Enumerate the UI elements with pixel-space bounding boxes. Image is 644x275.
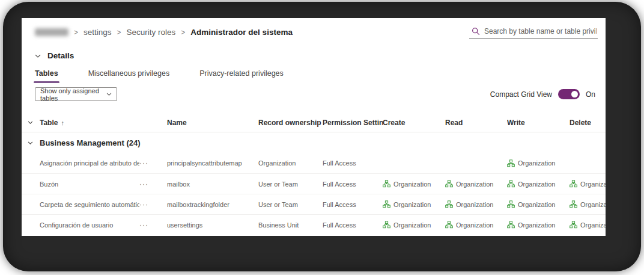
organization-icon [570, 221, 577, 229]
delete-privilege-cell[interactable]: Organization [570, 200, 606, 208]
privileges-table: Table↑ Name Record ownership Permission … [22, 113, 606, 236]
compact-grid-view-control: Compact Grid View On [490, 89, 595, 99]
search-input[interactable] [484, 27, 597, 36]
record-ownership-cell: User or Team [258, 201, 323, 208]
delete-privilege-cell[interactable]: Organization [570, 221, 606, 229]
table-row: Buzón ··· mailbox User or Team Full Acce… [22, 173, 606, 194]
breadcrumb-separator: > [117, 28, 121, 37]
row-more-button[interactable]: ··· [139, 221, 167, 229]
write-privilege-cell[interactable]: Organization [507, 180, 570, 188]
select-all-chevron-icon[interactable] [22, 119, 40, 126]
table-header-row: Table↑ Name Record ownership Permission … [22, 113, 606, 132]
compact-grid-view-label: Compact Grid View [490, 90, 552, 99]
breadcrumb: > settings > Security roles > Administra… [35, 28, 293, 37]
top-bar: > settings > Security roles > Administra… [35, 26, 598, 46]
group-chevron-icon[interactable] [22, 140, 40, 146]
write-privilege-cell[interactable]: Organization [507, 200, 570, 208]
read-privilege-cell[interactable]: Organization [445, 221, 507, 229]
permission-settings-cell: Full Access [323, 181, 383, 188]
table-name-cell: Configuración de usuario [40, 221, 139, 229]
details-label: Details [47, 51, 74, 60]
search-box[interactable] [469, 26, 598, 39]
organization-icon [570, 180, 577, 188]
write-privilege-cell[interactable]: Organization [507, 159, 570, 167]
table-row: Asignación principal de atributo de ... … [22, 153, 606, 173]
read-privilege-cell[interactable]: Organization [445, 200, 507, 208]
column-header-record-ownership[interactable]: Record ownership [258, 119, 323, 127]
controls-row: Show only assigned tables Compact Grid V… [35, 87, 595, 101]
breadcrumb-item-security-roles[interactable]: Security roles [127, 28, 176, 37]
delete-privilege-cell[interactable]: Organization [570, 180, 606, 188]
table-name-cell: Carpeta de seguimiento automático... [40, 201, 139, 208]
column-header-name[interactable]: Name [167, 119, 258, 127]
column-header-read[interactable]: Read [445, 119, 507, 127]
column-header-create[interactable]: Create [383, 119, 445, 127]
create-privilege-cell[interactable]: Organization [383, 180, 445, 188]
table-row: Carpeta de seguimiento automático... ···… [22, 194, 606, 214]
record-ownership-cell: Business Unit [258, 221, 323, 229]
organization-icon [445, 221, 453, 229]
search-icon [472, 27, 480, 36]
toggle-state-label: On [586, 90, 595, 99]
security-role-panel: > settings > Security roles > Administra… [22, 18, 606, 236]
record-ownership-cell: Organization [258, 159, 323, 167]
column-header-delete[interactable]: Delete [570, 119, 606, 127]
group-label: Business Management (24) [40, 138, 570, 147]
organization-icon [445, 200, 453, 208]
row-more-button[interactable]: ··· [139, 159, 167, 167]
dropdown-value: Show only assigned tables [40, 87, 101, 102]
logical-name-cell: principalsyncattributemap [167, 159, 258, 167]
permission-settings-cell: Full Access [323, 159, 383, 167]
record-ownership-cell: User or Team [258, 181, 323, 188]
chevron-down-icon [106, 91, 112, 97]
breadcrumb-separator: > [181, 28, 185, 37]
row-more-button[interactable]: ··· [139, 200, 167, 209]
write-privilege-cell[interactable]: Organization [507, 221, 570, 229]
permission-settings-cell: Full Access [323, 201, 383, 208]
organization-icon [445, 180, 453, 188]
organization-icon [507, 221, 515, 229]
breadcrumb-current-page: Administrador del sistema [190, 28, 293, 37]
create-privilege-cell[interactable]: Organization [383, 200, 445, 208]
breadcrumb-item-redacted[interactable] [35, 28, 68, 36]
column-header-write[interactable]: Write [507, 119, 570, 127]
column-header-table[interactable]: Table↑ [40, 119, 139, 127]
toggle-knob [571, 91, 578, 97]
row-more-button[interactable]: ··· [139, 180, 167, 188]
tab-tables[interactable]: Tables [35, 69, 58, 83]
table-body: Asignación principal de atributo de ... … [22, 153, 606, 235]
logical-name-cell: mailboxtrackingfolder [167, 201, 258, 208]
organization-icon [383, 180, 390, 188]
organization-icon [507, 159, 515, 167]
tab-privacy-related-privileges[interactable]: Privacy-related privileges [199, 69, 284, 83]
organization-icon [383, 200, 390, 208]
breadcrumb-item-settings[interactable]: settings [84, 28, 112, 37]
permission-settings-cell: Full Access [323, 221, 383, 229]
table-name-cell: Asignación principal de atributo de ... [40, 159, 139, 167]
logical-name-cell: mailbox [167, 181, 258, 188]
table-name-cell: Buzón [40, 181, 139, 188]
tab-bar: Tables Miscellaneous privileges Privacy-… [35, 69, 284, 83]
compact-grid-view-toggle[interactable] [558, 89, 580, 99]
create-privilege-cell[interactable]: Organization [383, 221, 445, 229]
organization-icon [507, 200, 515, 208]
details-section-header[interactable]: Details [34, 51, 74, 60]
sort-ascending-icon: ↑ [61, 119, 64, 126]
organization-icon [383, 221, 390, 229]
tab-miscellaneous-privileges[interactable]: Miscellaneous privileges [88, 69, 169, 83]
read-privilege-cell[interactable]: Organization [445, 180, 507, 188]
column-header-permission-settings[interactable]: Permission Settin... [323, 119, 383, 127]
logical-name-cell: usersettings [167, 221, 258, 229]
assigned-tables-filter-dropdown[interactable]: Show only assigned tables [35, 87, 117, 101]
breadcrumb-separator: > [74, 28, 78, 37]
group-row-business-management[interactable]: Business Management (24) [22, 132, 606, 153]
chevron-down-icon [34, 52, 41, 60]
organization-icon [507, 180, 515, 188]
organization-icon [570, 200, 577, 208]
table-row: Configuración de usuario ··· usersetting… [22, 214, 606, 235]
